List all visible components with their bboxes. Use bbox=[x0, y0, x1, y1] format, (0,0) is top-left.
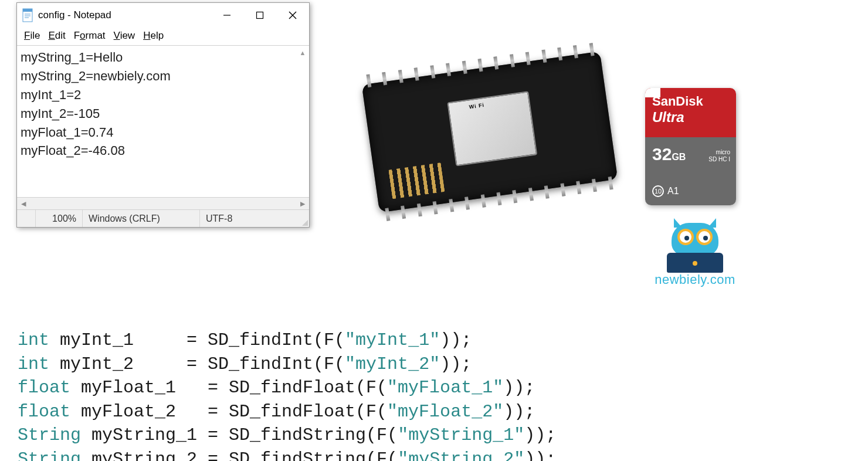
status-zoom: 100% bbox=[36, 210, 83, 227]
sd-brand: SanDisk bbox=[652, 94, 703, 109]
horizontal-scrollbar[interactable]: ◀ ▶ bbox=[17, 198, 309, 209]
menu-help[interactable]: Help bbox=[143, 30, 164, 42]
sd-series: Ultra bbox=[652, 109, 684, 126]
status-encoding: UTF-8 bbox=[200, 210, 300, 227]
logo-text: newbiely.com bbox=[654, 272, 736, 287]
sd-badges: micro SD HC I bbox=[708, 149, 730, 163]
newbiely-logo: newbiely.com bbox=[654, 223, 736, 287]
editor-line: myFloat_2=-46.08 bbox=[21, 141, 304, 160]
menu-edit[interactable]: Edit bbox=[48, 30, 65, 42]
svg-rect-1 bbox=[23, 9, 32, 12]
scroll-right-icon[interactable]: ▶ bbox=[297, 198, 308, 209]
code-snippet: int myInt_1 = SD_findInt(F("myInt_1")); … bbox=[18, 328, 556, 461]
scroll-up-icon[interactable]: ▲ bbox=[297, 48, 308, 59]
maximize-button[interactable] bbox=[243, 3, 276, 28]
menubar: File Edit Format View Help bbox=[17, 28, 309, 45]
microsd-card-image: SanDisk Ultra 32GB micro SD HC I 10 A1 bbox=[645, 88, 736, 205]
menu-view[interactable]: View bbox=[114, 30, 135, 42]
titlebar[interactable]: config - Notepad bbox=[17, 3, 309, 28]
editor-line: myString_2=newbiely.com bbox=[21, 67, 304, 86]
editor-line: myString_1=Hello bbox=[21, 48, 304, 67]
scroll-left-icon[interactable]: ◀ bbox=[18, 198, 29, 209]
sd-capacity: 32GB bbox=[652, 144, 686, 164]
close-button[interactable] bbox=[276, 3, 309, 28]
editor-line: myFloat_1=0.74 bbox=[21, 123, 304, 142]
minimize-button[interactable] bbox=[211, 3, 243, 28]
owl-icon bbox=[663, 223, 727, 270]
sd-class: 10 A1 bbox=[652, 185, 679, 197]
text-editor[interactable]: ▲ myString_1=Hello myString_2=newbiely.c… bbox=[17, 45, 309, 198]
notepad-window: config - Notepad File Edit Format View H… bbox=[16, 2, 310, 228]
notepad-icon bbox=[17, 3, 38, 28]
window-title: config - Notepad bbox=[38, 9, 211, 21]
statusbar: 100% Windows (CRLF) UTF-8 bbox=[17, 209, 309, 227]
menu-format[interactable]: Format bbox=[74, 30, 106, 42]
status-eol: Windows (CRLF) bbox=[83, 210, 200, 227]
esp8266-board-image: Wi Fi bbox=[347, 26, 632, 238]
resize-grip[interactable] bbox=[300, 210, 309, 227]
editor-line: myInt_2=-105 bbox=[21, 104, 304, 123]
menu-file[interactable]: File bbox=[24, 30, 40, 42]
editor-line: myInt_1=2 bbox=[21, 86, 304, 104]
svg-rect-6 bbox=[257, 12, 263, 19]
